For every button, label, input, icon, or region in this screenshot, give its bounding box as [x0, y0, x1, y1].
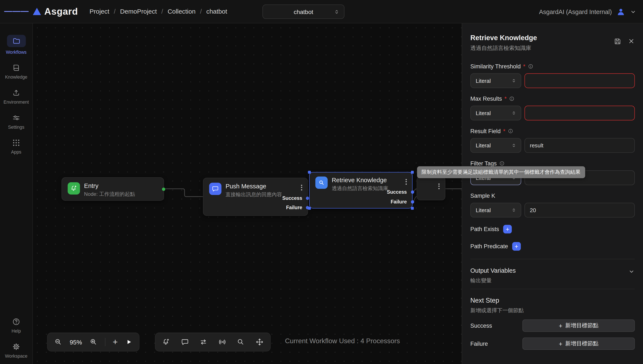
breadcrumb-separator: /	[161, 8, 163, 15]
node-menu-button[interactable]	[404, 177, 408, 186]
output-port-success[interactable]	[306, 197, 309, 200]
breadcrumb-chatbot[interactable]: chatbot	[206, 8, 227, 15]
node-entry[interactable]: Entry Node: 工作流程的起點	[62, 177, 164, 201]
account-chevron-down-icon[interactable]	[630, 8, 636, 15]
add-target-node-failure-button[interactable]: + 新增目標節點	[522, 338, 635, 350]
zoom-level: 95%	[70, 338, 82, 346]
node-title: Entry	[84, 182, 135, 189]
breadcrumb-separator: /	[200, 8, 202, 15]
search-icon[interactable]	[237, 338, 245, 346]
panel-subtitle: 透過自然語言檢索知識庫	[470, 44, 537, 52]
add-button[interactable]: +	[113, 338, 118, 346]
broadcast-icon[interactable]	[218, 338, 227, 346]
breadcrumb-separator: /	[114, 8, 115, 15]
zoom-out-button[interactable]	[54, 338, 63, 346]
zoom-in-button[interactable]	[89, 338, 98, 346]
similarity-threshold-input[interactable]	[525, 73, 635, 88]
sidebar-item-apps[interactable]: Apps	[11, 138, 21, 154]
info-icon[interactable]	[499, 160, 505, 166]
sliders-icon	[12, 114, 21, 122]
output-label-success: Success	[387, 189, 407, 195]
search-icon	[315, 176, 328, 189]
logo[interactable]: Asgard	[33, 6, 78, 17]
path-predicate-row: Path Predicate +	[470, 242, 635, 250]
output-variables-section[interactable]: Output Variables 輸出變量	[470, 266, 635, 284]
filter-tags-tooltip: 限制資料至少需要滿足該組標籤清單的其中一個標籤才會作為查詢結果	[417, 166, 585, 178]
selection-handle[interactable]	[308, 171, 311, 174]
sample-k-input[interactable]	[525, 203, 635, 218]
output-port-success[interactable]	[411, 190, 414, 194]
breadcrumb: Project / DemoProject / Collection / cha…	[90, 8, 227, 15]
next-step-success-row: Success + 新增目標節點	[470, 320, 635, 332]
add-path-exists-button[interactable]: +	[503, 225, 512, 234]
node-push-message[interactable]: Push Message 直接輸出訊息的回應內容 Success Failure	[203, 178, 308, 216]
add-path-predicate-button[interactable]: +	[512, 242, 521, 250]
output-label-failure: Failure	[391, 199, 407, 205]
close-icon[interactable]	[628, 38, 635, 52]
chat-bubble-icon[interactable]	[181, 338, 189, 346]
mode-select[interactable]: Literal	[470, 73, 521, 88]
swap-arrows-icon[interactable]	[199, 338, 208, 346]
header-account-area: AsgardAI (Asgard Internal)	[539, 0, 636, 23]
user-avatar-icon[interactable]	[616, 7, 626, 16]
result-field-input[interactable]	[525, 138, 635, 153]
menu-button[interactable]	[0, 10, 33, 13]
output-variables-subtitle: 輸出變量	[470, 277, 516, 284]
output-label-success: Success	[282, 196, 302, 201]
max-results-input[interactable]	[525, 106, 635, 120]
info-icon[interactable]	[508, 128, 514, 134]
node-partial[interactable]	[416, 176, 445, 200]
node-subtitle: 透過自然語言檢索知識庫	[332, 185, 388, 192]
info-icon[interactable]	[509, 96, 515, 102]
info-icon[interactable]	[528, 64, 533, 69]
logo-triangle-icon	[33, 8, 41, 15]
selection-handle[interactable]	[411, 171, 414, 174]
sidebar-item-environment[interactable]: Environment	[4, 88, 29, 104]
node-menu-button[interactable]	[437, 182, 441, 191]
chevron-down-icon[interactable]	[628, 268, 635, 275]
mode-select[interactable]: Literal	[470, 138, 521, 153]
add-target-node-success-button[interactable]: + 新增目標節點	[522, 320, 635, 332]
required-asterisk: *	[503, 128, 505, 134]
node-retrieve-knowledge[interactable]: Retrieve Knowledge 透過自然語言檢索知識庫 Success F…	[309, 172, 412, 208]
run-button[interactable]	[125, 338, 132, 346]
zoom-toolbar: 95% +	[47, 332, 139, 352]
breadcrumb-demo-project[interactable]: DemoProject	[120, 8, 157, 15]
selection-handle[interactable]	[411, 207, 414, 210]
output-port-failure[interactable]	[411, 200, 414, 204]
mode-select[interactable]: Literal	[470, 203, 521, 218]
output-port[interactable]	[162, 188, 165, 191]
sidebar-item-workflows[interactable]: Workflows	[6, 35, 26, 54]
node-subtitle: Node: 工作流程的起點	[84, 191, 135, 198]
field-max-results: Max Results * Literal	[470, 95, 635, 120]
sidebar-item-help[interactable]: Help	[12, 318, 21, 334]
breadcrumb-collection[interactable]: Collection	[167, 8, 195, 15]
sidebar: Workflows Knowledge Environment Settings…	[0, 23, 33, 364]
unfold-icon	[333, 8, 340, 15]
save-icon[interactable]	[614, 38, 621, 52]
sidebar-item-settings[interactable]: Settings	[8, 114, 25, 129]
plus-icon: +	[559, 341, 562, 347]
output-variables-title: Output Variables	[470, 266, 516, 275]
node-palette-toolbar	[155, 332, 271, 352]
workflow-usage-status: Current Workflow Used : 4 Processors	[285, 337, 400, 345]
bell-plus-icon[interactable]	[162, 338, 170, 346]
node-properties-panel: Retrieve Knowledge 透過自然語言檢索知識庫 Similarit…	[462, 23, 643, 364]
grid-dots-icon	[12, 138, 21, 147]
workflow-select[interactable]: chatbot	[262, 4, 344, 19]
plus-icon: +	[559, 322, 562, 329]
field-result-field: Result Field * Literal	[470, 128, 635, 153]
move-icon[interactable]	[255, 338, 264, 346]
sidebar-item-workspace[interactable]: Workspace	[5, 342, 28, 358]
node-title: Push Message	[226, 183, 282, 190]
folder-icon	[7, 35, 26, 47]
node-menu-button[interactable]	[299, 183, 304, 192]
breadcrumb-project[interactable]: Project	[90, 8, 109, 15]
sidebar-item-knowledge[interactable]: Knowledge	[5, 64, 28, 80]
selection-handle[interactable]	[308, 207, 311, 210]
account-label: AsgardAI (Asgard Internal)	[539, 8, 612, 15]
next-step-title: Next Step	[470, 296, 524, 305]
node-title: Retrieve Knowledge	[332, 176, 388, 184]
panel-title: Retrieve Knowledge	[470, 34, 537, 42]
mode-select[interactable]: Literal	[470, 106, 521, 120]
